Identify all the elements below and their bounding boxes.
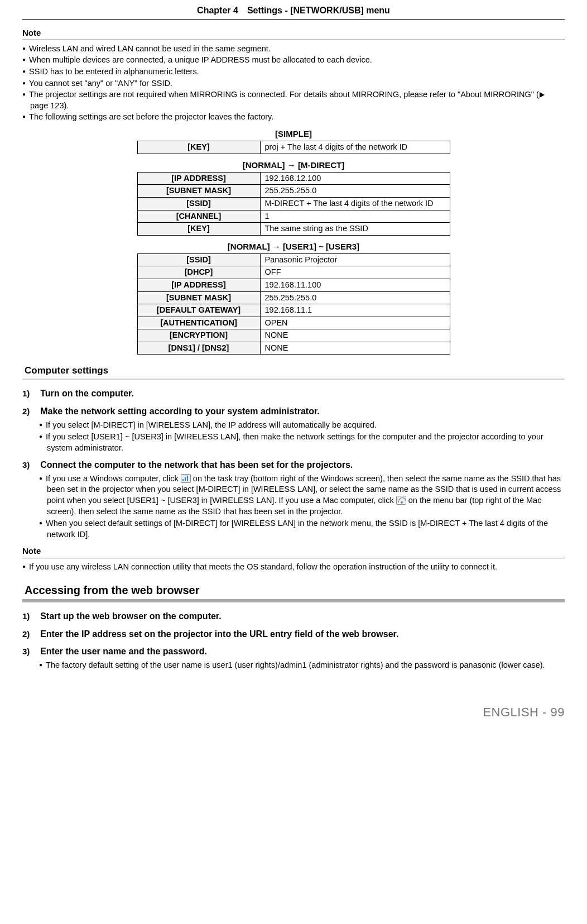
table-mdirect: [IP ADDRESS]192.168.12.100 [SUBNET MASK]… bbox=[137, 172, 450, 236]
step-sublist: If you select [M-DIRECT] in [WIRELESS LA… bbox=[22, 420, 565, 454]
table-key: [KEY] bbox=[137, 223, 260, 236]
page-header: Chapter 4 Settings - [NETWORK/USB] menu bbox=[22, 0, 565, 20]
note-text: page 123). bbox=[30, 101, 69, 110]
step: 3) Enter the user name and the password. bbox=[22, 645, 565, 658]
step-sublist: The factory default setting of the user … bbox=[22, 660, 565, 671]
table-val: 192.168.11.1 bbox=[260, 304, 450, 317]
windows-network-icon bbox=[181, 474, 191, 483]
step: 2) Make the network setting according to… bbox=[22, 405, 565, 418]
note-text: The projector settings are not required … bbox=[29, 90, 539, 99]
note-label: Note bbox=[22, 27, 565, 40]
note-label: Note bbox=[22, 545, 565, 558]
table-key: [SSID] bbox=[137, 197, 260, 210]
sub-item: If you select [M-DIRECT] in [WIRELESS LA… bbox=[39, 420, 565, 431]
note-list-2: If you use any wireless LAN connection u… bbox=[22, 562, 565, 573]
note-item: When multiple devices are connected, a u… bbox=[22, 55, 565, 66]
table-key: [DHCP] bbox=[137, 266, 260, 279]
step-number: 1) bbox=[22, 388, 38, 399]
step: 1) Start up the web browser on the compu… bbox=[22, 610, 565, 623]
table-val: OPEN bbox=[260, 317, 450, 329]
step: 1) Turn on the computer. bbox=[22, 387, 565, 400]
table-val: OFF bbox=[260, 266, 450, 279]
table-val: 192.168.11.100 bbox=[260, 279, 450, 292]
table-key: [SUBNET MASK] bbox=[137, 185, 260, 198]
step-title: Enter the IP address set on the projecto… bbox=[40, 629, 398, 639]
step-title: Start up the web browser on the computer… bbox=[40, 611, 221, 621]
table-title-user: [NORMAL] → [USER1] ~ [USER3] bbox=[22, 241, 565, 252]
table-key: [KEY] bbox=[137, 141, 260, 154]
table-key: [AUTHENTICATION] bbox=[137, 317, 260, 329]
sub-item: If you select [USER1] ~ [USER3] in [WIRE… bbox=[39, 432, 565, 453]
table-key: [DNS1] / [DNS2] bbox=[137, 342, 260, 355]
table-val: Panasonic Projector bbox=[260, 253, 450, 266]
table-val: NONE bbox=[260, 329, 450, 342]
step-title: Turn on the computer. bbox=[40, 389, 134, 398]
table-val: NONE bbox=[260, 342, 450, 355]
table-key: [SUBNET MASK] bbox=[137, 291, 260, 304]
table-key: [ENCRYPTION] bbox=[137, 329, 260, 342]
table-title-simple: [SIMPLE] bbox=[22, 128, 565, 140]
table-title-mdirect: [NORMAL] → [M-DIRECT] bbox=[22, 160, 565, 171]
arrow-right-icon bbox=[540, 92, 545, 98]
table-val: M-DIRECT + The last 4 digits of the netw… bbox=[260, 197, 450, 210]
step: 2) Enter the IP address set on the proje… bbox=[22, 628, 565, 640]
table-val: 192.168.12.100 bbox=[260, 172, 450, 185]
page-footer: ENGLISH - 99 bbox=[22, 704, 565, 721]
heading-computer-settings: Computer settings bbox=[22, 365, 565, 380]
step: 3) Connect the computer to the network t… bbox=[22, 459, 565, 471]
note-item: You cannot set "any" or "ANY" for SSID. bbox=[22, 78, 565, 89]
note-item: If you use any wireless LAN connection u… bbox=[22, 562, 565, 573]
table-user: [SSID]Panasonic Projector [DHCP]OFF [IP … bbox=[137, 253, 450, 355]
table-key: [CHANNEL] bbox=[137, 210, 260, 223]
step-number: 2) bbox=[22, 629, 38, 640]
note-item: The projector settings are not required … bbox=[22, 89, 565, 111]
table-val: The same string as the SSID bbox=[260, 223, 450, 236]
heading-accessing-web: Accessing from the web browser bbox=[22, 583, 565, 602]
note-item: Wireless LAN and wired LAN cannot be use… bbox=[22, 44, 565, 55]
table-key: [IP ADDRESS] bbox=[137, 279, 260, 292]
step-number: 1) bbox=[22, 611, 38, 622]
step-sublist: If you use a Windows computer, click on … bbox=[22, 473, 565, 540]
table-val: 255.255.255.0 bbox=[260, 291, 450, 304]
note-list-1: Wireless LAN and wired LAN cannot be use… bbox=[22, 44, 565, 123]
sub-text: If you use a Windows computer, click bbox=[46, 474, 181, 483]
table-val: 1 bbox=[260, 210, 450, 223]
table-key: [IP ADDRESS] bbox=[137, 172, 260, 185]
note-item: The following settings are set before th… bbox=[22, 112, 565, 123]
step-number: 3) bbox=[22, 646, 38, 657]
table-simple: [KEY]proj + The last 4 digits of the net… bbox=[137, 141, 450, 154]
step-number: 3) bbox=[22, 459, 38, 471]
step-title: Connect the computer to the network that… bbox=[40, 460, 353, 470]
table-val: 255.255.255.0 bbox=[260, 185, 450, 198]
sub-item: When you select default settings of [M-D… bbox=[39, 518, 565, 540]
mac-wifi-icon bbox=[396, 496, 406, 505]
step-title: Enter the user name and the password. bbox=[40, 647, 207, 656]
table-key: [DEFAULT GATEWAY] bbox=[137, 304, 260, 317]
step-title: Make the network setting according to yo… bbox=[40, 406, 320, 416]
table-val: proj + The last 4 digits of the network … bbox=[260, 141, 450, 154]
step-number: 2) bbox=[22, 406, 38, 417]
sub-item: If you use a Windows computer, click on … bbox=[39, 473, 565, 517]
table-key: [SSID] bbox=[137, 253, 260, 266]
sub-item: The factory default setting of the user … bbox=[39, 660, 565, 671]
note-item: SSID has to be entered in alphanumeric l… bbox=[22, 66, 565, 78]
